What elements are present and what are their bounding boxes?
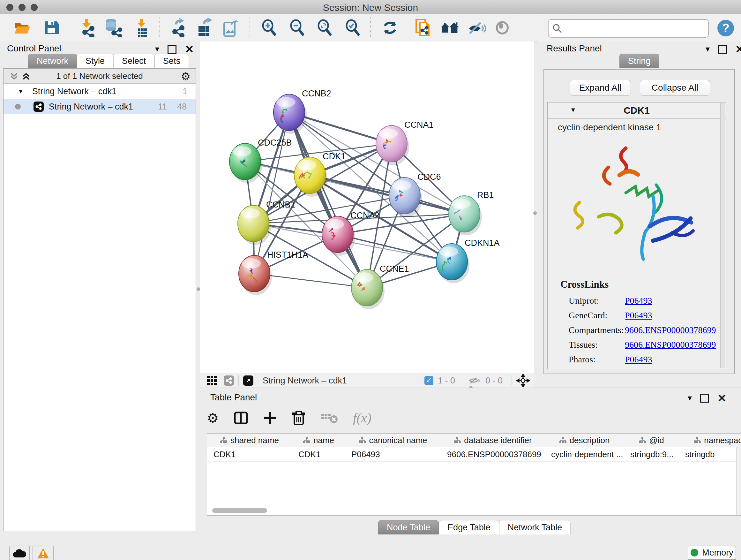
table-cell[interactable]: CDK1	[292, 447, 345, 461]
right-splitter-handle[interactable]	[533, 211, 537, 215]
expand-all-button[interactable]: Expand All	[569, 80, 631, 96]
houses-icon	[441, 19, 460, 37]
column-header--id[interactable]: @id	[624, 434, 679, 447]
network-options-gear-icon[interactable]: ⚙	[181, 70, 191, 83]
column-header-name[interactable]: name	[292, 434, 345, 447]
crosslink-label: Compartments:	[569, 325, 625, 335]
table-row[interactable]: CDK1CDK1P064939606.ENSP00000378699cyclin…	[207, 447, 741, 462]
crosslink-link[interactable]: 9606.ENSP00000378699	[625, 340, 716, 350]
network-node-hist1h1a[interactable]: HIST1H1A	[239, 250, 308, 295]
float-panel-icon[interactable]: ▾	[688, 393, 692, 403]
column-header-database-identifier[interactable]: database identifier	[441, 434, 545, 447]
crosslink-link[interactable]: 9606.ENSP00000378699	[625, 325, 716, 335]
import-network-icon	[77, 18, 96, 37]
show-all-button[interactable]	[493, 18, 512, 37]
first-neighbors-button[interactable]	[441, 18, 460, 37]
collection-expand-icon[interactable]: ▼	[17, 88, 24, 95]
network-label: String Network – cdk1	[49, 102, 133, 112]
selected-checkbox-icon[interactable]: ✓	[424, 376, 433, 385]
birdseye-navigator-icon[interactable]	[516, 374, 530, 387]
delete-column-icon[interactable]	[292, 410, 306, 426]
node-label: CCNB1	[266, 200, 295, 209]
left-splitter-handle[interactable]	[197, 287, 200, 291]
column-header-description[interactable]: description	[545, 434, 624, 447]
export-network-button[interactable]	[169, 18, 188, 37]
tab-string[interactable]: String	[619, 54, 659, 68]
tab-network-table[interactable]: Network Table	[499, 520, 571, 535]
table-cell[interactable]: stringdb	[679, 447, 741, 461]
maximize-panel-icon[interactable]	[167, 45, 177, 54]
close-panel-icon[interactable]: ✕	[185, 46, 194, 53]
zoom-in-button[interactable]	[259, 18, 278, 37]
network-node-cdc6[interactable]: CDC6	[389, 172, 441, 217]
close-panel-icon[interactable]: ✕	[718, 395, 727, 401]
crosslink-link[interactable]: P06493	[625, 296, 652, 306]
column-header-canonical-name[interactable]: canonical name	[345, 434, 441, 447]
help-button[interactable]: ?	[718, 20, 734, 37]
tab-edge-table[interactable]: Edge Table	[439, 520, 499, 535]
network-row[interactable]: String Network – cdk1 11 48	[3, 99, 196, 114]
network-collection-row[interactable]: ▼ String Network – cdk1 1	[3, 84, 196, 99]
crosslink-link[interactable]: P06493	[625, 310, 652, 320]
zoom-fit-button[interactable]	[315, 18, 334, 37]
detach-view-icon[interactable]	[243, 375, 253, 386]
cloud-status-button[interactable]	[9, 546, 30, 560]
column-header-shared-name[interactable]: shared name	[207, 434, 292, 447]
grid-view-icon[interactable]	[206, 375, 217, 386]
tab-select[interactable]: Select	[113, 54, 154, 68]
crosslink-link[interactable]: P06493	[625, 354, 652, 365]
refresh-view-button[interactable]	[381, 18, 400, 37]
network-canvas[interactable]: CCNB2CCNA1CDC25BCDK1CDC6RB1CCNB1CCNA2CDK…	[200, 42, 534, 373]
close-panel-icon[interactable]: ✕	[735, 46, 741, 53]
table-horizontal-scrollbar[interactable]	[212, 508, 267, 513]
table-cell[interactable]: P06493	[345, 447, 441, 461]
network-edge[interactable]	[254, 112, 289, 273]
tab-network[interactable]: Network	[28, 54, 77, 68]
hide-selected-button[interactable]	[468, 18, 487, 37]
save-session-button[interactable]	[42, 18, 61, 37]
maximize-panel-icon[interactable]	[700, 394, 709, 402]
import-network-database-button[interactable]	[104, 18, 123, 37]
column-header-namespace[interactable]: namespace	[679, 434, 741, 447]
network-node-ccnb2[interactable]: CCNB2	[273, 89, 331, 134]
table-cell[interactable]: CDK1	[207, 447, 292, 461]
float-panel-icon[interactable]: ▾	[155, 44, 159, 54]
zoom-out-button[interactable]	[287, 18, 307, 37]
node-table[interactable]: shared namenamecanonical namedatabase id…	[207, 433, 741, 516]
cdk1-section-header[interactable]: ▼ CDK1	[548, 103, 726, 119]
table-cell[interactable]: stringdb:9...	[624, 447, 679, 461]
network-edge[interactable]	[289, 112, 367, 288]
show-columns-icon[interactable]	[233, 411, 248, 425]
table-cell[interactable]: 9606.ENSP00000378699	[441, 447, 545, 461]
tab-sets[interactable]: Sets	[154, 54, 189, 68]
float-panel-icon[interactable]: ▾	[705, 44, 710, 54]
network-view-icon[interactable]	[224, 375, 234, 386]
collapse-all-button[interactable]: Collapse All	[640, 80, 710, 96]
create-column-icon[interactable]	[263, 411, 277, 425]
table-vertical-scrollbar[interactable]	[736, 447, 741, 515]
warning-status-button[interactable]	[32, 546, 54, 560]
results-scrollbar[interactable]	[720, 103, 725, 368]
table-cell[interactable]: cyclin-dependent ...	[545, 447, 624, 461]
maximize-panel-icon[interactable]	[718, 45, 727, 54]
import-table-file-button[interactable]	[133, 18, 152, 37]
network-edge[interactable]	[310, 175, 464, 214]
export-image-button[interactable]	[221, 18, 241, 37]
open-session-button[interactable]	[13, 18, 32, 37]
string-network-graph[interactable]: CCNB2CCNA1CDC25BCDK1CDC6RB1CCNB1CCNA2CDK…	[200, 42, 534, 373]
separator	[512, 375, 512, 386]
network-node-cdc25b[interactable]: CDC25B	[229, 138, 292, 183]
clone-network-button[interactable]	[414, 18, 433, 37]
crosslink-row: Compartments:9606.ENSP00000378699	[569, 323, 719, 337]
tab-style[interactable]: Style	[77, 54, 113, 68]
table-options-gear-icon[interactable]: ⚙	[207, 410, 219, 426]
zoom-selected-button[interactable]	[343, 18, 362, 37]
network-node-ccna1[interactable]: CCNA1	[376, 120, 434, 165]
search-input[interactable]	[566, 23, 708, 34]
import-network-file-button[interactable]	[77, 18, 96, 37]
network-node-rb1[interactable]: RB1	[449, 190, 494, 235]
tab-node-table[interactable]: Node Table	[378, 520, 439, 535]
export-table-button[interactable]	[195, 18, 214, 37]
network-node-cdkn1a[interactable]: CDKN1A	[436, 238, 500, 283]
memory-button[interactable]: Memory	[688, 546, 736, 560]
